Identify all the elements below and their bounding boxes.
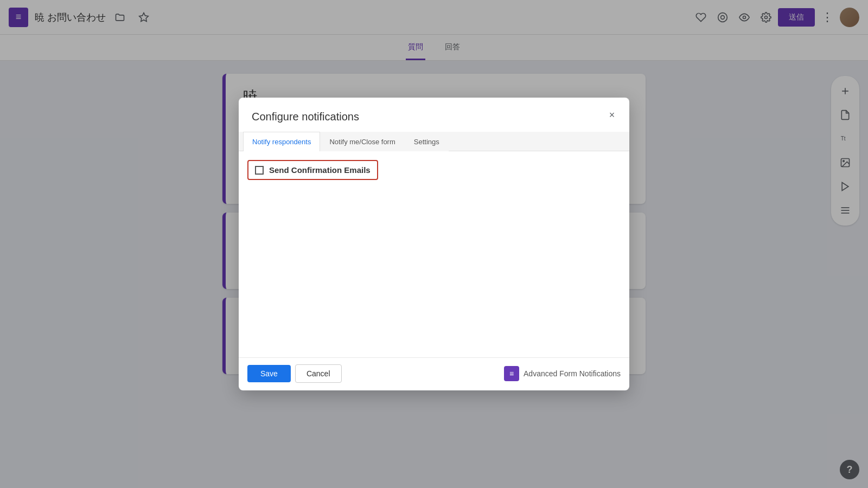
tab-settings[interactable]: Settings	[405, 132, 449, 151]
send-confirmation-emails-row[interactable]: Send Confirmation Emails	[247, 160, 378, 180]
advanced-form-notifications[interactable]: ≡ Advanced Form Notifications	[504, 366, 621, 381]
tab-notify-respondents[interactable]: Notify respondents	[243, 132, 320, 151]
advanced-form-icon: ≡	[504, 366, 519, 381]
tab-notify-me[interactable]: Notify me/Close form	[320, 132, 404, 151]
send-confirmation-emails-label: Send Confirmation Emails	[269, 165, 371, 175]
close-dialog-button[interactable]: ×	[603, 106, 621, 124]
save-button[interactable]: Save	[247, 365, 291, 382]
advanced-form-label: Advanced Form Notifications	[524, 369, 621, 378]
configure-notifications-dialog: × Configure notifications Notify respond…	[239, 98, 629, 390]
send-confirmation-emails-checkbox[interactable]	[255, 166, 264, 175]
modal-overlay: × Configure notifications Notify respond…	[0, 0, 868, 488]
dialog-tabs: Notify respondents Notify me/Close form …	[239, 132, 629, 151]
dialog-footer: Save Cancel ≡ Advanced Form Notification…	[239, 357, 629, 389]
dialog-title: Configure notifications	[239, 111, 629, 132]
dialog-body: Send Confirmation Emails	[239, 151, 629, 357]
cancel-button[interactable]: Cancel	[295, 364, 342, 383]
